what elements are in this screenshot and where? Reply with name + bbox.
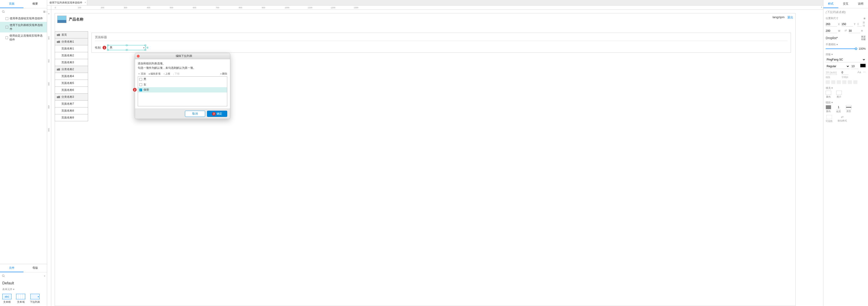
opacity-slider[interactable] <box>826 49 857 49</box>
widget-category-label[interactable]: 表单元件 ▾ <box>0 287 47 292</box>
tab-pages[interactable]: 页面 <box>0 0 24 8</box>
sitemap-item[interactable]: 页面名称6 <box>55 87 88 94</box>
move-down-button[interactable]: ↓ 下移 <box>173 72 180 75</box>
stroke-width-input[interactable] <box>836 105 841 110</box>
option-row[interactable]: 女 <box>138 82 227 87</box>
sitemap-item[interactable]: 页面名称3 <box>55 59 88 66</box>
sitemap-item[interactable]: 页面名称1 <box>55 45 88 52</box>
line-height-input[interactable] <box>826 70 837 75</box>
move-up-button[interactable]: ↑ 上移 <box>163 72 170 75</box>
weight-select[interactable]: Regular <box>826 64 849 69</box>
fill-color-swatch[interactable] <box>826 91 831 95</box>
text-case-icon[interactable]: Aa <box>858 70 861 79</box>
ok-button[interactable]: 3 确定 <box>207 111 227 117</box>
option-checkbox[interactable]: ✓ <box>140 89 142 91</box>
add-option-button[interactable]: ＋ 添加 <box>138 72 146 75</box>
align-right-button[interactable] <box>837 80 841 84</box>
tab-interact[interactable]: 交互 <box>838 0 853 8</box>
tree-item[interactable]: 使用自定义选项组实现单选组件 <box>0 32 47 43</box>
opacity-label[interactable]: 不透明性 ▾ <box>826 43 838 46</box>
fill-image-swatch[interactable] <box>836 91 842 95</box>
height-input[interactable] <box>849 29 860 33</box>
ruler-collapse-icon[interactable]: ▾ <box>821 6 822 8</box>
stroke-color-swatch[interactable] <box>826 105 831 109</box>
tab-widgets[interactable]: 元件 <box>0 264 24 272</box>
widget-name-input[interactable]: (下拉列表名称) <box>826 10 866 14</box>
sitemap-item[interactable]: 分类名称3 <box>55 93 88 100</box>
cancel-button[interactable]: 取消 <box>185 111 205 117</box>
option-checkbox[interactable] <box>140 83 142 86</box>
page-search-input[interactable] <box>6 9 42 14</box>
font-select[interactable]: PingFang SC <box>826 57 866 62</box>
text-color-swatch[interactable] <box>860 64 866 67</box>
sitemap-item[interactable]: 页面名称4 <box>55 73 88 80</box>
option-row[interactable]: 男 <box>138 76 227 82</box>
width-input[interactable] <box>826 29 837 33</box>
tab-overview[interactable]: 概要 <box>24 0 47 8</box>
widget-textfield[interactable]: abc| 文本框 <box>2 294 11 304</box>
options-list: 男女✓保密 <box>138 76 227 106</box>
rotate-input[interactable] <box>857 22 862 27</box>
annotation-badge-1: 1 <box>102 46 106 50</box>
y-input[interactable] <box>842 22 853 27</box>
h-unit: H <box>861 30 863 32</box>
sitemap-item[interactable]: 分类名称2 <box>55 66 88 73</box>
edit-many-button[interactable]: ≡ 编辑多项 <box>149 72 160 75</box>
add-lib-icon[interactable]: ＋ <box>43 274 46 277</box>
tab-style[interactable]: 样式 <box>824 0 838 8</box>
canvas-tab[interactable]: 使用下拉列表框实现单选组件 × <box>47 0 87 5</box>
more-typo-icon[interactable]: ⋯ <box>863 70 866 79</box>
visibility-label: 可见性 <box>826 120 833 123</box>
widget-droplist[interactable]: ▾ 下拉列表 <box>30 294 40 304</box>
sitemap-item[interactable]: 分类名称1 <box>55 38 88 45</box>
update-create-link[interactable]: 更新创建 <box>861 35 866 40</box>
align-middle-button[interactable] <box>848 80 852 84</box>
align-center-button[interactable] <box>831 80 835 84</box>
tree-item[interactable]: 使用单选按钮实现单选组件 <box>0 15 47 22</box>
opacity-value[interactable]: 100% <box>859 47 866 51</box>
widget-search-input[interactable] <box>6 273 42 278</box>
visibility-icon[interactable]: ◉ <box>863 17 866 20</box>
y-unit: Y <box>854 23 856 26</box>
sitemap-item[interactable]: 页面名称7 <box>55 100 88 108</box>
tree-item[interactable]: 使用下拉列表框实现单选组件 <box>0 22 47 32</box>
font-size-input[interactable] <box>851 64 858 69</box>
option-row[interactable]: ✓保密 <box>138 87 227 92</box>
close-icon[interactable]: × <box>85 1 86 4</box>
username-label: langzipm <box>773 16 784 20</box>
widget-textarea[interactable]: 文本域 <box>16 294 25 304</box>
sitemap-item[interactable]: 首页 <box>55 31 88 38</box>
gender-droplist[interactable]: 男 <box>107 45 146 50</box>
add-page-icon[interactable]: ⊞ <box>43 10 45 13</box>
lock-aspect-icon[interactable]: ⇄ <box>844 29 847 33</box>
sitemap-item[interactable]: 页面名称9 <box>55 114 88 121</box>
arrow-style-icon[interactable]: ⇄ <box>841 115 844 119</box>
sitemap-item[interactable]: 页面名称5 <box>55 80 88 87</box>
tree-item-label: 使用自定义选项组实现单选组件 <box>9 34 44 42</box>
sitemap-item[interactable]: 页面名称8 <box>55 107 88 114</box>
fill-color-label: 颜色 <box>826 95 831 98</box>
align-top-button[interactable] <box>842 80 846 84</box>
canvas[interactable]: 产品名称 langzipm 退出 首页分类名称1页面名称1页面名称2页面名称3分… <box>51 10 823 306</box>
default-library-label[interactable]: Default <box>0 279 47 287</box>
widget-type-label: Droplist* <box>826 36 838 40</box>
tab-notes[interactable]: 说明 <box>853 0 868 8</box>
w-unit: W <box>838 30 840 32</box>
stroke-type-button[interactable] <box>846 105 851 109</box>
letter-spacing-input[interactable] <box>842 70 848 75</box>
delete-option-button[interactable]: × 删除 <box>220 72 227 75</box>
align-left-button[interactable] <box>826 80 830 84</box>
annotation-badge-2: 2 <box>133 88 136 92</box>
typography-label[interactable]: 排版 ▾ <box>826 53 833 56</box>
sitemap-item[interactable]: 页面名称2 <box>55 52 88 59</box>
visibility-box[interactable] <box>826 115 832 119</box>
fill-label[interactable]: 填充 ▾ <box>826 86 833 90</box>
x-input[interactable] <box>826 22 837 27</box>
logout-link[interactable]: 退出 <box>787 16 793 20</box>
dialog-close-button[interactable] <box>137 55 140 58</box>
stroke-label[interactable]: 线段 ▾ <box>826 101 833 104</box>
align-bottom-button[interactable] <box>853 80 858 84</box>
stroke-width-label: 线宽 <box>836 110 841 113</box>
tab-masters[interactable]: 母版 <box>24 264 47 272</box>
option-checkbox[interactable] <box>140 78 142 81</box>
